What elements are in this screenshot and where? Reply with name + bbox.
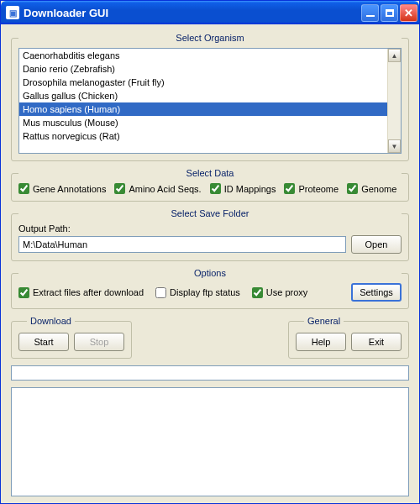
use-proxy-label: Use proxy	[266, 287, 308, 297]
organism-item[interactable]: Rattus norvegicus (Rat)	[19, 129, 387, 143]
ftp-status-input[interactable]	[155, 287, 166, 298]
proteome-checkbox[interactable]: Proteome	[284, 183, 339, 194]
organism-item[interactable]: Drosophila melanogaster (Fruit fly)	[19, 76, 387, 89]
download-legend: Download	[27, 316, 75, 326]
ftp-status-label: Display ftp status	[170, 287, 240, 297]
output-path-label: Output Path:	[18, 223, 402, 234]
organism-item[interactable]: Danio rerio (Zebrafish)	[19, 62, 387, 76]
close-icon: ✕	[404, 8, 413, 18]
amino-acid-seqs-input[interactable]	[114, 183, 125, 194]
id-mappings-checkbox[interactable]: ID Mappings	[210, 183, 276, 194]
general-group: General Help Exit	[288, 316, 409, 359]
organism-listbox-wrap: Caenorhabditis elegansDanio rerio (Zebra…	[18, 48, 402, 154]
gene-annotations-input[interactable]	[18, 183, 29, 194]
genome-label: Genome	[361, 184, 396, 194]
scroll-down-arrow-icon[interactable]: ▼	[388, 139, 401, 153]
save-folder-group: Select Save Folder Output Path: Open	[11, 208, 409, 261]
help-button[interactable]: Help	[296, 333, 346, 351]
maximize-button[interactable]	[381, 4, 398, 22]
gene-annotations-label: Gene Annotations	[33, 184, 106, 194]
amino-acid-seqs-checkbox[interactable]: Amino Acid Seqs.	[114, 183, 201, 194]
output-path-input[interactable]	[18, 236, 346, 253]
organism-legend: Select Organism	[18, 33, 402, 43]
ftp-status-checkbox[interactable]: Display ftp status	[155, 287, 240, 298]
proteome-label: Proteome	[298, 184, 339, 194]
client-area: Select Organism Caenorhabditis elegansDa…	[1, 24, 419, 503]
proteome-input[interactable]	[284, 183, 295, 194]
genome-input[interactable]	[347, 183, 358, 194]
minimize-button[interactable]	[361, 4, 379, 22]
open-button[interactable]: Open	[351, 235, 402, 254]
organism-item[interactable]: Gallus gallus (Chicken)	[19, 89, 387, 102]
close-button[interactable]: ✕	[400, 4, 417, 22]
organism-scrollbar[interactable]: ▲ ▼	[387, 49, 401, 153]
options-group: Options Extract files after download Dis…	[11, 268, 409, 309]
log-output[interactable]	[11, 387, 409, 496]
maximize-icon	[386, 9, 394, 17]
main-window: ▣ Downloader GUI ✕ Select Organism Caeno…	[0, 0, 420, 504]
exit-button[interactable]: Exit	[351, 333, 402, 351]
save-folder-legend: Select Save Folder	[18, 208, 402, 218]
use-proxy-input[interactable]	[252, 287, 263, 298]
amino-acid-seqs-label: Amino Acid Seqs.	[129, 184, 201, 194]
options-legend: Options	[18, 268, 402, 278]
download-group: Download Start Stop	[11, 316, 132, 359]
genome-checkbox[interactable]: Genome	[347, 183, 396, 194]
start-button[interactable]: Start	[18, 333, 69, 351]
organism-item[interactable]: Caenorhabditis elegans	[19, 49, 387, 62]
id-mappings-input[interactable]	[210, 183, 221, 194]
window-title: Downloader GUI	[24, 7, 108, 19]
data-legend: Select Data	[18, 168, 402, 178]
use-proxy-checkbox[interactable]: Use proxy	[252, 287, 308, 298]
organism-listbox[interactable]: Caenorhabditis elegansDanio rerio (Zebra…	[19, 49, 387, 153]
general-legend: General	[304, 316, 344, 326]
title-bar: ▣ Downloader GUI ✕	[1, 1, 419, 24]
organism-item[interactable]: Homo sapiens (Human)	[19, 102, 387, 116]
data-group: Select Data Gene Annotations Amino Acid …	[11, 168, 409, 202]
organism-item[interactable]: Mus musculus (Mouse)	[19, 116, 387, 129]
settings-button[interactable]: Settings	[351, 283, 402, 302]
app-icon: ▣	[6, 6, 19, 19]
stop-button[interactable]: Stop	[74, 333, 124, 351]
scroll-track[interactable]	[388, 62, 401, 139]
organism-group: Select Organism Caenorhabditis elegansDa…	[11, 33, 409, 161]
data-checkbox-row: Gene Annotations Amino Acid Seqs. ID Map…	[18, 183, 402, 194]
extract-input[interactable]	[18, 287, 29, 298]
progress-bar	[11, 365, 409, 381]
scroll-up-arrow-icon[interactable]: ▲	[388, 49, 401, 62]
minimize-icon	[366, 14, 375, 17]
id-mappings-label: ID Mappings	[224, 184, 276, 194]
extract-checkbox[interactable]: Extract files after download	[18, 287, 144, 298]
extract-label: Extract files after download	[33, 287, 144, 297]
gene-annotations-checkbox[interactable]: Gene Annotations	[18, 183, 106, 194]
